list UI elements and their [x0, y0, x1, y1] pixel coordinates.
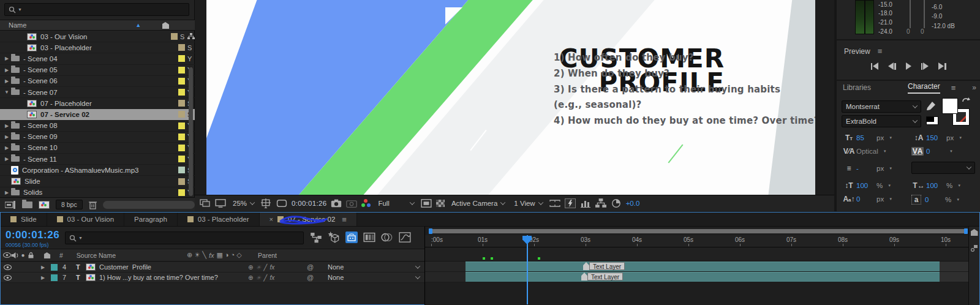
frame-blending-icon[interactable] [363, 232, 375, 243]
expand-arrow-icon[interactable]: ▶ [2, 156, 11, 162]
new-composition-icon[interactable] [39, 201, 50, 209]
default-fill-stroke-icon[interactable] [926, 116, 938, 125]
last-frame-button[interactable] [938, 62, 946, 70]
dropdown-arrow[interactable]: ▼ [957, 184, 961, 187]
label-swatch[interactable] [178, 55, 185, 62]
label-swatch[interactable] [178, 167, 185, 173]
view-layout-dropdown[interactable]: 1 View [511, 198, 545, 208]
project-item[interactable]: ▶- Scene 10Y [0, 143, 195, 154]
more-panels-icon[interactable]: » [972, 83, 976, 92]
label-column-icon[interactable] [43, 252, 51, 259]
parent-dropdown[interactable]: None [328, 263, 424, 271]
project-item[interactable]: 07 - PlaceholderS [0, 98, 195, 109]
audio-slider-right[interactable] [924, 0, 925, 28]
transparency-grid-icon[interactable] [436, 200, 445, 207]
search-dropdown-arrow[interactable]: ▼ [78, 236, 83, 240]
play-button[interactable] [906, 62, 911, 70]
playhead-line[interactable] [527, 235, 528, 304]
reset-exposure-icon[interactable] [611, 198, 622, 208]
viewer-time-display[interactable]: 0:00:01:26 [292, 200, 326, 207]
timeline-tab[interactable]: 03 - Our Vision [47, 213, 125, 226]
new-folder-icon[interactable] [22, 201, 32, 208]
label-column-icon[interactable] [162, 21, 170, 29]
previous-frame-button[interactable] [888, 62, 896, 70]
label-swatch[interactable] [178, 44, 185, 51]
label-swatch[interactable] [171, 33, 178, 40]
label-swatch[interactable] [178, 178, 185, 185]
delete-trash-icon[interactable] [89, 200, 97, 209]
channel-rgb-icon[interactable] [361, 199, 371, 208]
timeline-graph-icon[interactable] [580, 198, 591, 208]
audio-column-icon[interactable] [11, 252, 19, 258]
layer-marker[interactable]: Text Layer [581, 273, 623, 281]
next-frame-button[interactable] [921, 62, 929, 70]
layer-switches[interactable]: ⊕ ☀ ╱ fx [248, 274, 307, 281]
interpret-footage-icon[interactable] [5, 201, 16, 209]
time-ruler[interactable]: :00s 01s 02s 03s 04s 05s 06s 07s 08s 09s… [425, 235, 970, 247]
dropdown-arrow[interactable]: ▼ [956, 198, 960, 201]
layer-track[interactable]: Text Layer [425, 272, 970, 282]
work-area-end-handle[interactable] [964, 228, 968, 234]
label-swatch[interactable] [178, 67, 185, 73]
panel-menu-icon[interactable]: ≡ [342, 215, 347, 224]
project-columns-header[interactable]: Name ▲ [0, 20, 195, 31]
parent-column-header[interactable]: Parent [258, 252, 277, 259]
project-scrollbar[interactable] [189, 67, 193, 196]
fill-color-swatch[interactable] [942, 98, 958, 114]
timeline-tab-active[interactable]: × 07 - Service 02 ≡ [260, 213, 357, 226]
fast-previews-icon[interactable] [565, 198, 576, 208]
tab-libraries[interactable]: Libraries [843, 83, 871, 92]
label-swatch[interactable] [178, 78, 185, 85]
project-item[interactable]: ▼- Scene 07Y [0, 87, 195, 98]
dropdown-arrow[interactable]: ▼ [883, 149, 887, 153]
label-swatch[interactable] [178, 134, 185, 140]
expand-arrow-icon[interactable]: ▶ [2, 145, 11, 151]
title-action-safe-icon[interactable] [549, 198, 560, 208]
project-item[interactable]: ▶- Scene 08Y [0, 121, 195, 132]
horizontal-scale-control[interactable]: T↔ 100%▼ [911, 181, 961, 190]
layer-color-swatch[interactable] [51, 274, 58, 281]
project-item[interactable]: ▶- Scene 09Y [0, 132, 195, 143]
proportional-spacing-control[interactable]: a 0%▼ [911, 195, 960, 205]
magnification-dropdown[interactable]: 25% [230, 198, 257, 208]
panel-menu-icon[interactable]: ≡ [878, 47, 883, 56]
font-size-control[interactable]: TT 85px▼ [842, 134, 892, 142]
show-snapshot-icon[interactable] [346, 198, 357, 208]
kerning-control[interactable]: V⁄A Optical▼ [842, 147, 887, 156]
project-item[interactable]: ▶SolidsY [0, 187, 195, 197]
baseline-shift-control[interactable]: Aa↑ 0px▼ [842, 195, 892, 203]
layer-row[interactable]: ▶ 7 T 1) How ...y buy at one time? Over … [1, 273, 424, 283]
label-swatch[interactable] [178, 111, 185, 118]
timeline-tab[interactable]: Slide [1, 213, 47, 226]
empty-dropdown[interactable] [911, 162, 975, 174]
audio-slider-left[interactable] [910, 0, 911, 28]
close-tab-icon[interactable]: × [270, 216, 273, 223]
flowchart-icon[interactable] [595, 198, 606, 208]
resolution-dropdown[interactable]: Full [375, 198, 417, 208]
composition-canvas[interactable]: CUSTOMER PROFILE 1) How often do they bu… [206, 0, 815, 195]
label-swatch[interactable] [178, 156, 185, 162]
expand-arrow-icon[interactable]: ▶ [2, 78, 11, 84]
timeline-search-input[interactable]: ▼ [65, 232, 304, 244]
comp-flag-icon[interactable] [971, 244, 978, 252]
panel-menu-icon[interactable]: ≡ [951, 83, 956, 92]
font-family-dropdown[interactable]: Montserrat [842, 100, 921, 113]
solo-column-icon[interactable]: ● [19, 252, 27, 258]
region-of-interest-icon[interactable] [421, 198, 432, 208]
expand-arrow-icon[interactable]: ▶ [2, 134, 11, 140]
dropdown-arrow[interactable]: ▼ [888, 184, 891, 187]
tracking-control[interactable]: V̲A̲ 0▼ [911, 147, 953, 156]
mask-visibility-icon[interactable] [276, 198, 287, 208]
dropdown-arrow[interactable]: ▼ [889, 136, 892, 140]
graph-editor-icon[interactable] [399, 232, 411, 243]
collapse-arrow-icon[interactable]: ▼ [2, 89, 11, 95]
project-item[interactable]: 03 - PlaceholderS [0, 42, 195, 53]
project-item[interactable]: SlideS [0, 176, 195, 187]
label-swatch[interactable] [178, 122, 185, 129]
label-swatch[interactable] [178, 89, 185, 96]
label-swatch[interactable] [178, 100, 185, 107]
vertical-scale-control[interactable]: ↕T 100%▼ [842, 181, 891, 190]
layer-switches[interactable]: ⊕ ☀ ╱ fx [248, 264, 307, 271]
source-name-column-header[interactable]: Source Name [77, 252, 116, 259]
switches-column-icons[interactable]: ⊕ ☀ ╲ fx ▦ ◑ ◔ ◇ [187, 251, 246, 259]
